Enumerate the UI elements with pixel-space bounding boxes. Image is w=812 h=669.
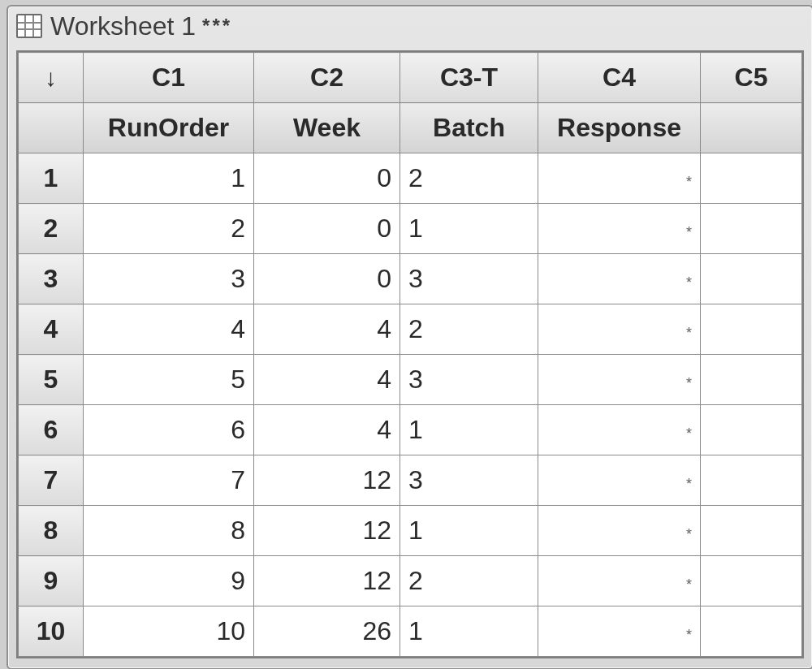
cell-runorder[interactable]: 5 [84,355,254,405]
cell-c5[interactable] [701,606,802,657]
cell-batch[interactable]: 1 [400,606,538,657]
cell-c5[interactable] [701,254,802,304]
table-row: 3 3 0 3 * [19,254,802,304]
missing-value-icon: * [686,375,692,391]
cell-runorder[interactable]: 1 [84,153,254,204]
table-row: 1 1 0 2 * [19,153,802,204]
table-row: 8 8 12 1 * [19,506,802,556]
column-id-row: ↓ C1 C2 C3-T C4 C5 [19,53,802,103]
cell-c5[interactable] [701,204,802,254]
column-name-response[interactable]: Response [538,103,701,153]
cell-runorder[interactable]: 6 [84,405,254,455]
cell-response[interactable]: * [538,153,701,204]
table-row: 5 5 4 3 * [19,355,802,405]
row-header[interactable]: 1 [19,153,84,204]
column-name-blank[interactable] [19,103,84,153]
cell-runorder[interactable]: 2 [84,204,254,254]
cell-response[interactable]: * [538,606,701,657]
row-header[interactable]: 6 [19,405,84,455]
table-row: 4 4 4 2 * [19,304,802,355]
cell-batch[interactable]: 2 [400,556,538,606]
table-row: 6 6 4 1 * [19,405,802,455]
row-header[interactable]: 9 [19,556,84,606]
cell-response[interactable]: * [538,455,701,506]
cell-week[interactable]: 0 [254,254,400,304]
column-name-row: RunOrder Week Batch Response [19,103,802,153]
cell-batch[interactable]: 2 [400,304,538,355]
table-row: 9 9 12 2 * [19,556,802,606]
cell-c5[interactable] [701,455,802,506]
corner-cell[interactable]: ↓ [19,53,84,103]
column-id-c1[interactable]: C1 [84,53,254,103]
cell-week[interactable]: 26 [254,606,400,657]
cell-runorder[interactable]: 10 [84,606,254,657]
sort-arrow-down-icon: ↓ [45,66,57,90]
column-name-runorder[interactable]: RunOrder [84,103,254,153]
row-header[interactable]: 3 [19,254,84,304]
row-header[interactable]: 10 [19,606,84,657]
worksheet-title: Worksheet 1 [50,11,196,41]
cell-c5[interactable] [701,304,802,355]
cell-response[interactable]: * [538,355,701,405]
cell-c5[interactable] [701,153,802,204]
row-header[interactable]: 8 [19,506,84,556]
cell-response[interactable]: * [538,304,701,355]
cell-response[interactable]: * [538,204,701,254]
data-table[interactable]: ↓ C1 C2 C3-T C4 C5 RunOrder Week Batch R… [18,52,802,657]
column-id-c3[interactable]: C3-T [400,53,538,103]
missing-value-icon: * [686,224,692,240]
cell-c5[interactable] [701,556,802,606]
cell-batch[interactable]: 2 [400,153,538,204]
row-header[interactable]: 2 [19,204,84,254]
cell-week[interactable]: 4 [254,405,400,455]
titlebar[interactable]: Worksheet 1 *** [8,6,812,45]
column-name-c5[interactable] [701,103,802,153]
cell-batch[interactable]: 3 [400,455,538,506]
column-name-week[interactable]: Week [254,103,400,153]
column-name-batch[interactable]: Batch [400,103,538,153]
missing-value-icon: * [686,576,692,593]
column-id-c2[interactable]: C2 [254,53,400,103]
cell-response[interactable]: * [538,556,701,606]
cell-runorder[interactable]: 8 [84,506,254,556]
cell-batch[interactable]: 1 [400,405,538,455]
cell-week[interactable]: 12 [254,455,400,506]
missing-value-icon: * [686,526,692,542]
row-header[interactable]: 4 [19,304,84,355]
cell-batch[interactable]: 1 [400,204,538,254]
table-row: 10 10 26 1 * [19,606,802,657]
cell-response[interactable]: * [538,254,701,304]
row-header[interactable]: 5 [19,355,84,405]
cell-c5[interactable] [701,355,802,405]
cell-week[interactable]: 0 [254,204,400,254]
column-id-c4[interactable]: C4 [538,53,701,103]
cell-runorder[interactable]: 3 [84,254,254,304]
cell-batch[interactable]: 3 [400,254,538,304]
cell-runorder[interactable]: 7 [84,455,254,506]
cell-week[interactable]: 12 [254,556,400,606]
worksheet-window: Worksheet 1 *** ↓ C1 C2 C3-T C4 C5 [6,5,812,669]
cell-c5[interactable] [701,506,802,556]
worksheet-icon [16,14,42,38]
cell-runorder[interactable]: 4 [84,304,254,355]
cell-week[interactable]: 4 [254,304,400,355]
missing-value-icon: * [686,476,692,492]
cell-batch[interactable]: 3 [400,355,538,405]
cell-week[interactable]: 4 [254,355,400,405]
missing-value-icon: * [686,274,692,291]
cell-week[interactable]: 12 [254,506,400,556]
cell-response[interactable]: * [538,405,701,455]
cell-response[interactable]: * [538,506,701,556]
column-id-c5[interactable]: C5 [701,53,802,103]
missing-value-icon: * [686,325,692,341]
table-row: 7 7 12 3 * [19,455,802,506]
worksheet-grid[interactable]: ↓ C1 C2 C3-T C4 C5 RunOrder Week Batch R… [16,50,804,658]
cell-runorder[interactable]: 9 [84,556,254,606]
cell-batch[interactable]: 1 [400,506,538,556]
dirty-marker: *** [202,15,232,37]
table-row: 2 2 0 1 * [19,204,802,254]
cell-week[interactable]: 0 [254,153,400,204]
row-header[interactable]: 7 [19,455,84,506]
cell-c5[interactable] [701,405,802,455]
missing-value-icon: * [686,627,692,643]
